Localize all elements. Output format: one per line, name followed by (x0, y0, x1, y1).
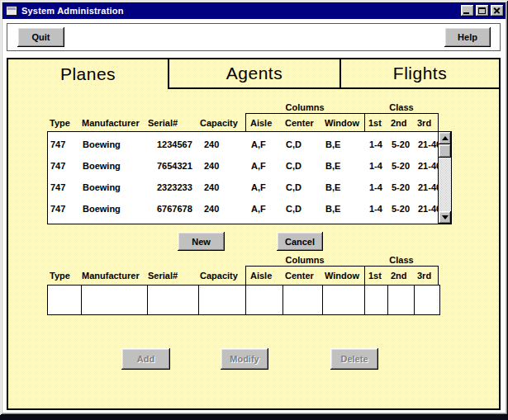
table-row[interactable]: 747 Boewing 1234567 240 A,F C,D B,E 1-4 … (48, 134, 438, 155)
class-group-label: Class (364, 102, 439, 113)
close-button[interactable] (491, 5, 504, 17)
vertical-scrollbar[interactable] (438, 132, 451, 224)
cell-aisle: A,F (246, 155, 283, 177)
col-header-serial: Serial# (147, 267, 198, 284)
cell-serial: 6767678 (148, 198, 199, 219)
cell-aisle: A,F (246, 198, 283, 219)
entry-row (47, 285, 440, 315)
maximize-button[interactable] (476, 5, 489, 17)
tab-planes[interactable]: Planes (8, 59, 169, 89)
scrollbar-thumb[interactable] (439, 144, 451, 158)
col-header-manufacturer: Manufacturer (81, 115, 147, 131)
col-header-manufacturer: Manufacturer (81, 267, 147, 284)
entry-cell-window[interactable] (323, 286, 365, 314)
scroll-down-button[interactable] (439, 211, 451, 224)
new-button[interactable]: New (178, 232, 225, 251)
entry-cell-aisle[interactable] (246, 286, 283, 314)
upper-group-labels: Columns Class (245, 102, 439, 113)
add-button[interactable]: Add (121, 348, 170, 370)
cell-2nd: 5-20 (388, 177, 415, 198)
cell-1st: 1-4 (365, 134, 388, 155)
col-header-center: Center (282, 115, 322, 131)
col-header-serial: Serial# (147, 115, 198, 131)
cell-window: B,E (323, 155, 365, 177)
cell-1st: 1-4 (365, 198, 388, 219)
cell-serial: 2323233 (148, 177, 199, 198)
col-header-type: Type (47, 267, 81, 284)
arrow-up-icon (442, 136, 449, 140)
col-header-aisle: Aisle (245, 267, 282, 284)
col-header-window: Window (322, 267, 364, 284)
cell-aisle: A,F (246, 134, 283, 155)
cell-center: C,D (283, 134, 323, 155)
help-button[interactable]: Help (444, 27, 491, 47)
listbox-rows: 747 Boewing 1234567 240 A,F C,D B,E 1-4 … (48, 134, 438, 224)
entry-cell-center[interactable] (283, 286, 323, 314)
cell-serial: 7654321 (148, 155, 199, 177)
scroll-up-button[interactable] (439, 132, 451, 144)
entry-cell-type[interactable] (48, 286, 82, 314)
cell-3rd: 21-40 (415, 177, 438, 198)
minimize-button[interactable] (461, 5, 474, 17)
col-header-2nd: 2nd (387, 267, 414, 284)
col-header-center: Center (282, 267, 322, 284)
cell-manufacturer: Boewing (82, 134, 148, 155)
titlebar: System Administration (2, 2, 506, 19)
arrow-down-icon (442, 215, 449, 219)
entry-cell-2nd[interactable] (388, 286, 415, 314)
cell-center: C,D (283, 155, 323, 177)
entry-cell-capacity[interactable] (199, 286, 246, 314)
cancel-button[interactable]: Cancel (277, 232, 323, 251)
cell-3rd: 21-40 (415, 134, 438, 155)
cell-window: B,E (323, 134, 365, 155)
col-header-aisle: Aisle (245, 115, 282, 131)
lower-group-labels: Columns Class (245, 255, 439, 266)
cell-manufacturer: Boewing (82, 177, 148, 198)
cell-manufacturer: Boewing (82, 198, 148, 219)
toolbar-strip: Quit Help (7, 23, 501, 51)
col-header-type: Type (47, 115, 81, 131)
app-window: System Administration Quit Help Planes A… (0, 0, 508, 415)
cell-capacity: 240 (199, 177, 246, 198)
tab-agents[interactable]: Agents (169, 59, 341, 89)
col-header-1st: 1st (364, 267, 387, 284)
tab-bar: Planes Agents Flights (8, 59, 499, 89)
cell-capacity: 240 (199, 134, 246, 155)
col-header-window: Window (322, 115, 364, 131)
entry-cell-serial[interactable] (148, 286, 199, 314)
quit-button[interactable]: Quit (17, 27, 64, 47)
class-group-label: Class (364, 255, 439, 266)
delete-button[interactable]: Delete (330, 348, 378, 370)
col-header-1st: 1st (364, 115, 387, 131)
cell-manufacturer: Boewing (82, 155, 148, 177)
window-title: System Administration (21, 6, 459, 16)
screen: System Administration Quit Help Planes A… (0, 0, 508, 420)
cell-type: 747 (48, 198, 82, 219)
col-header-3rd: 3rd (414, 267, 439, 284)
col-header-capacity: Capacity (198, 267, 245, 284)
scrollbar-track[interactable] (439, 158, 451, 211)
planes-listbox: 747 Boewing 1234567 240 A,F C,D B,E 1-4 … (47, 131, 452, 224)
tab-flights[interactable]: Flights (341, 59, 499, 89)
table-row[interactable]: 747 Boewing 7654321 240 A,F C,D B,E 1-4 … (48, 155, 438, 177)
minimize-icon (463, 12, 469, 14)
col-header-3rd: 3rd (414, 115, 439, 131)
cell-capacity: 240 (199, 155, 246, 177)
col-header-capacity: Capacity (198, 115, 245, 131)
cell-center: C,D (283, 177, 323, 198)
cell-type: 747 (48, 177, 82, 198)
modify-button[interactable]: Modify (221, 348, 268, 370)
cell-serial: 1234567 (148, 134, 199, 155)
table-row[interactable]: 747 Boewing 2323233 240 A,F C,D B,E 1-4 … (48, 177, 438, 198)
table-row[interactable]: 747 Boewing 6767678 240 A,F C,D B,E 1-4 … (48, 198, 438, 219)
lower-header-row: Type Manufacturer Serial# Capacity Aisle… (47, 267, 439, 284)
cell-1st: 1-4 (365, 155, 388, 177)
entry-cell-3rd[interactable] (415, 286, 439, 314)
cell-window: B,E (323, 198, 365, 219)
client-area: Quit Help Planes Agents Flights Columns … (2, 19, 506, 413)
entry-cell-1st[interactable] (365, 286, 388, 314)
cell-aisle: A,F (246, 177, 283, 198)
entry-cell-manufacturer[interactable] (82, 286, 148, 314)
columns-group-label: Columns (245, 255, 364, 266)
cell-2nd: 5-20 (388, 134, 415, 155)
